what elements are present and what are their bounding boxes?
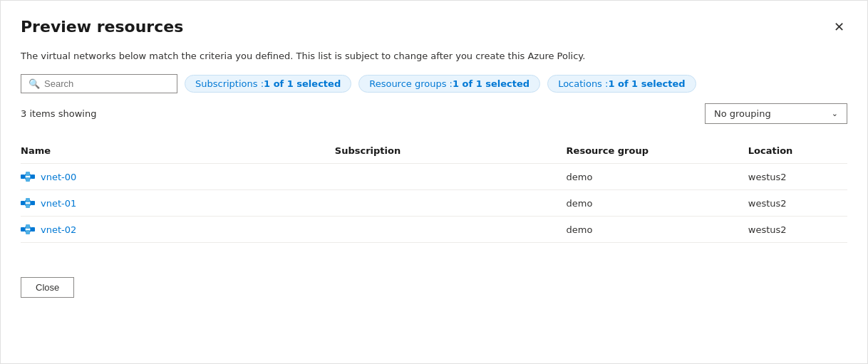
dialog-close-button[interactable]: ✕ (831, 18, 847, 36)
col-header-name: Name (21, 138, 335, 164)
svg-rect-1 (26, 172, 30, 176)
cell-name[interactable]: vnet-01 (21, 190, 335, 216)
svg-rect-16 (21, 227, 25, 232)
grouping-dropdown[interactable]: No grouping ⌄ (705, 103, 847, 124)
svg-line-21 (25, 229, 26, 232)
cell-name[interactable]: vnet-00 (21, 164, 335, 189)
filters-row: 🔍 Subscriptions : 1 of 1 selected Resour… (21, 74, 847, 93)
preview-resources-dialog: Preview resources ✕ The virtual networks… (0, 0, 868, 364)
svg-line-14 (30, 200, 31, 203)
subscriptions-filter-value: 1 of 1 selected (264, 78, 341, 89)
dialog-title: Preview resources (21, 18, 183, 36)
search-input[interactable] (44, 78, 170, 89)
dialog-footer: Close (21, 266, 847, 298)
table-row: vnet-02 demowestus2 (21, 217, 847, 243)
svg-rect-10 (26, 204, 30, 208)
search-box[interactable]: 🔍 (21, 74, 177, 93)
svg-line-7 (30, 177, 31, 180)
cell-name-text: vnet-00 (41, 172, 76, 182)
svg-line-4 (25, 174, 26, 177)
close-button[interactable]: Close (21, 277, 74, 298)
subscriptions-filter[interactable]: Subscriptions : 1 of 1 selected (185, 75, 351, 93)
locations-filter-value: 1 of 1 selected (608, 78, 685, 89)
cell-resource-group: demo (567, 217, 748, 243)
cell-location: westus2 (748, 217, 847, 243)
vnet-icon (21, 197, 35, 209)
chevron-down-icon: ⌄ (832, 109, 838, 118)
grouping-dropdown-label: No grouping (714, 108, 771, 119)
cell-resource-group: demo (567, 164, 748, 190)
cell-location: westus2 (748, 164, 847, 190)
cell-subscription (335, 164, 567, 190)
col-header-subscription: Subscription (335, 138, 567, 164)
cell-subscription (335, 217, 567, 243)
svg-rect-19 (31, 227, 35, 232)
table-row: vnet-00 demowestus2 (21, 164, 847, 190)
resources-table: Name Subscription Resource group Locatio… (21, 138, 847, 243)
vnet-icon (21, 171, 35, 182)
svg-rect-11 (31, 201, 35, 205)
subscriptions-filter-label: Subscriptions : (195, 78, 264, 89)
dialog-description: The virtual networks below match the cri… (21, 51, 847, 61)
svg-line-12 (25, 200, 26, 203)
svg-line-22 (30, 227, 31, 229)
cell-subscription (335, 190, 567, 217)
vnet-icon (21, 224, 35, 235)
svg-rect-3 (31, 175, 35, 179)
items-showing: 3 items showing (21, 108, 96, 119)
cell-location: westus2 (748, 190, 847, 217)
resource-groups-filter[interactable]: Resource groups : 1 of 1 selected (358, 75, 540, 93)
table-header-row: Name Subscription Resource group Locatio… (21, 138, 847, 164)
search-icon: 🔍 (29, 78, 40, 89)
locations-filter[interactable]: Locations : 1 of 1 selected (547, 75, 696, 93)
cell-resource-group: demo (567, 190, 748, 217)
dialog-header: Preview resources ✕ (21, 18, 847, 36)
cell-name-text: vnet-02 (41, 224, 76, 235)
svg-rect-0 (21, 175, 25, 179)
items-grouping-row: 3 items showing No grouping ⌄ (21, 103, 847, 124)
svg-rect-17 (26, 224, 30, 229)
svg-rect-2 (26, 177, 30, 182)
svg-line-15 (30, 203, 31, 206)
table-row: vnet-01 demowestus2 (21, 190, 847, 217)
col-header-resource-group: Resource group (567, 138, 748, 164)
svg-line-20 (25, 227, 26, 229)
svg-line-5 (25, 177, 26, 180)
svg-line-13 (25, 203, 26, 206)
svg-rect-8 (21, 201, 25, 205)
locations-filter-label: Locations : (558, 78, 608, 89)
resource-groups-filter-value: 1 of 1 selected (453, 78, 529, 89)
cell-name-text: vnet-01 (41, 198, 76, 209)
cell-name[interactable]: vnet-02 (21, 217, 335, 242)
svg-rect-18 (26, 230, 30, 234)
svg-rect-9 (26, 198, 30, 202)
svg-line-23 (30, 229, 31, 232)
resource-groups-filter-label: Resource groups : (369, 78, 453, 89)
svg-line-6 (30, 174, 31, 177)
col-header-location: Location (748, 138, 847, 164)
